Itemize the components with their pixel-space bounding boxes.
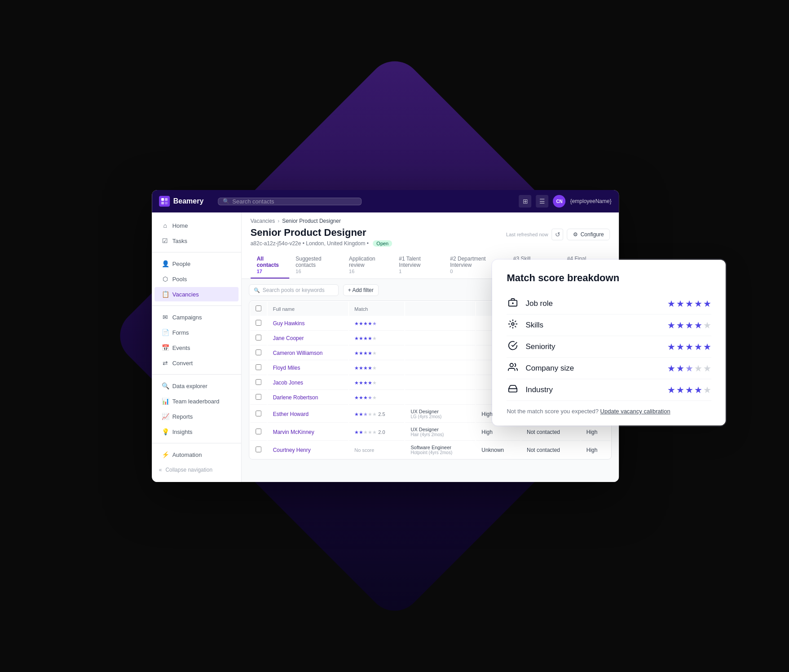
col-fullname: Full name: [268, 302, 348, 316]
star-4: ★: [694, 341, 702, 352]
star-5: ★: [703, 320, 711, 331]
page-meta: a82c-a12z-j54o-v22e • London, United Kin…: [251, 240, 392, 247]
meta-sep2: •: [367, 240, 370, 247]
contact-name-link[interactable]: Floyd Miles: [273, 365, 300, 371]
stars-display: ★★★★★: [354, 350, 377, 356]
match-stars-cell: ★★★★★: [349, 361, 404, 375]
header-actions: Last refreshed now ↺ ⚙ Configure: [506, 227, 610, 240]
sidebar-label-leaderboard: Team leaderboard: [172, 398, 220, 405]
select-all-header[interactable]: [250, 302, 267, 316]
contact-name-link[interactable]: Marvin McKinney: [273, 429, 314, 435]
contact-name-link[interactable]: Esther Howard: [273, 411, 309, 417]
contact-name-link[interactable]: Jane Cooper: [273, 335, 304, 341]
sidebar-item-automation[interactable]: ⚡ Automation: [154, 447, 238, 462]
search-pools-placeholder: Search pools or keywords: [263, 287, 325, 293]
contact-name-cell: Cameron Williamson: [268, 346, 348, 360]
tab-talent-interview[interactable]: #1 Talent Interview 1: [392, 252, 444, 279]
sidebar-item-campaigns[interactable]: ✉ Campaigns: [154, 310, 238, 324]
sidebar-label-home: Home: [172, 222, 188, 229]
contact-name-link[interactable]: Cameron Williamson: [273, 350, 323, 356]
list-view-icon[interactable]: ☰: [536, 195, 549, 208]
tab-application-review[interactable]: Application review 16: [343, 252, 392, 279]
contact-name-cell: Floyd Miles: [268, 361, 348, 375]
breadcrumb-current: Senior Product Designer: [282, 218, 341, 224]
contact-name-link[interactable]: Darlene Robertson: [273, 394, 318, 401]
svg-rect-1: [165, 198, 167, 201]
sidebar-item-team-leaderboard[interactable]: 📊 Team leaderboard: [154, 394, 238, 408]
role-cell: [405, 346, 475, 360]
tab-count-app-review: 16: [349, 269, 354, 274]
collapse-nav[interactable]: « Collapse navigation: [152, 463, 241, 477]
star-3: ★: [685, 320, 693, 331]
pools-icon: ⬡: [162, 275, 169, 283]
sidebar-divider-4: [152, 443, 241, 443]
tab-suggested[interactable]: Suggested contacts 16: [289, 252, 343, 279]
sidebar-item-reports[interactable]: 📈 Reports: [154, 409, 238, 424]
sidebar-item-people[interactable]: 👤 People: [154, 256, 238, 271]
sidebar-item-convert[interactable]: ⇄ Convert: [154, 356, 238, 370]
global-search[interactable]: 🔍: [218, 198, 361, 205]
industry-label: Industry: [525, 385, 661, 394]
leaderboard-icon: 📊: [162, 398, 169, 405]
sidebar: ⌂ Home ☑ Tasks 👤 People ⬡ Pools 📋 Vacanc…: [152, 212, 242, 482]
sidebar-item-vacancies[interactable]: 📋 Vacancies: [154, 287, 238, 301]
row-checkbox[interactable]: [256, 349, 261, 355]
avatar[interactable]: CN: [553, 195, 566, 208]
sidebar-divider-3: [152, 374, 241, 375]
forms-icon: 📄: [162, 329, 169, 336]
tab-count-dept: 0: [450, 269, 453, 274]
breadcrumb-vacancies[interactable]: Vacancies: [251, 218, 275, 224]
header-left: Senior Product Designer a82c-a12z-j54o-v…: [251, 227, 392, 251]
search-input[interactable]: [232, 198, 357, 205]
sidebar-item-home[interactable]: ⌂ Home: [154, 218, 238, 233]
contact-name-cell: Jane Cooper: [268, 332, 348, 345]
row-checkbox-cell: [250, 317, 267, 331]
grid-view-icon[interactable]: ⊞: [519, 195, 532, 208]
row-checkbox[interactable]: [256, 379, 261, 385]
collapse-icon: «: [159, 467, 162, 473]
row-checkbox[interactable]: [256, 320, 261, 326]
refresh-button[interactable]: ↺: [552, 229, 564, 240]
sidebar-label-convert: Convert: [172, 360, 193, 367]
contact-name-link[interactable]: Guy Hawkins: [273, 320, 305, 327]
update-calibration-link[interactable]: Update vacancy calibration: [600, 408, 670, 415]
star-1: ★: [667, 320, 675, 331]
status-cell: Unknown: [476, 442, 520, 458]
stars-display: ★★★★★: [354, 320, 377, 327]
star-4: ★: [694, 298, 702, 309]
row-checkbox[interactable]: [256, 335, 261, 340]
star-2: ★: [676, 341, 684, 352]
add-filter-label: + Add filter: [348, 287, 374, 293]
star-2: ★: [676, 363, 684, 374]
sidebar-label-tasks: Tasks: [172, 238, 187, 244]
home-icon: ⌂: [162, 222, 169, 229]
top-nav: Beamery 🔍 ⊞ ☰ CN {employeeName}: [152, 190, 619, 212]
col-match: Match: [349, 302, 404, 316]
sidebar-item-tasks[interactable]: ☑ Tasks: [154, 234, 238, 248]
row-checkbox[interactable]: [256, 429, 261, 434]
sidebar-item-events[interactable]: 📅 Events: [154, 340, 238, 355]
row-checkbox[interactable]: [256, 364, 261, 370]
automation-icon: ⚡: [162, 451, 169, 458]
role-cell: Software EngineerHotpoint (4yrs 2mos): [405, 442, 475, 458]
skills-stars: ★ ★ ★ ★ ★: [667, 320, 711, 331]
configure-button[interactable]: ⚙ Configure: [567, 229, 610, 240]
row-checkbox[interactable]: [256, 447, 261, 452]
tab-all-contacts[interactable]: All contacts 17: [251, 252, 290, 279]
row-checkbox[interactable]: [256, 411, 261, 416]
tasks-icon: ☑: [162, 237, 169, 244]
row-checkbox[interactable]: [256, 394, 261, 400]
role-cell: UX DesignerLG (4yrs 2mos): [405, 406, 475, 423]
star-2: ★: [676, 298, 684, 309]
sidebar-item-forms[interactable]: 📄 Forms: [154, 325, 238, 340]
contact-name-link[interactable]: Courtney Henry: [273, 447, 311, 453]
match-stars-cell: ★★★★★: [349, 317, 404, 331]
add-filter-button[interactable]: + Add filter: [343, 284, 379, 296]
sidebar-item-data-explorer[interactable]: 🔍 Data explorer: [154, 379, 238, 393]
sidebar-item-insights[interactable]: 💡 Insights: [154, 424, 238, 439]
search-icon: 🔍: [223, 198, 229, 204]
row-checkbox-cell: [250, 376, 267, 390]
sidebar-item-pools[interactable]: ⬡ Pools: [154, 272, 238, 286]
contact-name-link[interactable]: Jacob Jones: [273, 380, 303, 386]
search-pools-input[interactable]: 🔍 Search pools or keywords: [249, 284, 339, 296]
